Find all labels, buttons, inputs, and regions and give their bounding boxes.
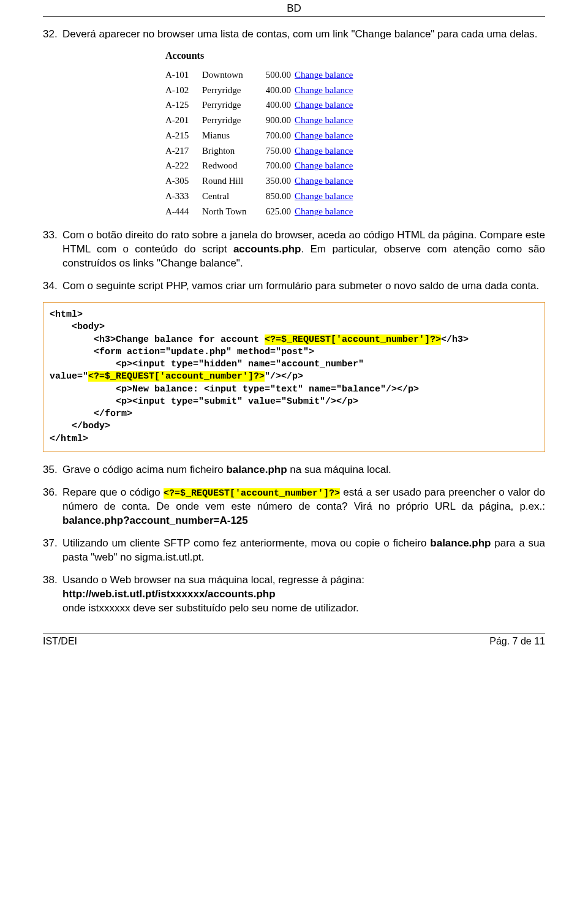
account-branch: Perryridge [202, 113, 257, 128]
account-balance: 700.00 [257, 128, 295, 143]
account-branch: North Town [202, 204, 257, 219]
page-header-title: BD [43, 0, 545, 16]
filename: accounts.php [233, 243, 301, 255]
text-line: Usando o Web browser na sua máquina loca… [62, 573, 545, 587]
table-row: A-215 Mianus 700.00 Change balance [165, 128, 545, 143]
text-part: Grave o código acima num ficheiro [62, 464, 226, 475]
step-35: 35. Grave o código acima num ficheiro ba… [43, 463, 545, 477]
step-text: Com o botão direito do rato sobre a jane… [62, 228, 545, 271]
step-number: 37. [43, 537, 62, 565]
change-balance-link[interactable]: Change balance [295, 128, 353, 143]
code-highlight: <?=$_REQUEST['account_number']?> [164, 488, 340, 499]
account-id: A-101 [165, 67, 202, 83]
url-example: balance.php?account_number=A-125 [62, 515, 248, 526]
change-balance-link[interactable]: Change balance [295, 83, 353, 98]
change-balance-link[interactable]: Change balance [295, 189, 353, 204]
code-line: <h3>Change balance for account [50, 334, 265, 345]
accounts-block: Accounts A-101 Downtown 500.00 Change ba… [165, 50, 545, 219]
account-branch: Brighton [202, 143, 257, 159]
code-line: </h3> [441, 334, 469, 345]
account-branch: Round Hill [202, 173, 257, 189]
account-balance: 500.00 [257, 67, 295, 83]
account-branch: Perryridge [202, 83, 257, 98]
change-balance-link[interactable]: Change balance [295, 113, 353, 128]
footer-rule [43, 633, 545, 633]
footer-left: IST/DEI [43, 636, 77, 647]
code-line: <p>New balance: <input type="text" name=… [50, 384, 419, 395]
table-row: A-222 Redwood 700.00 Change balance [165, 158, 545, 173]
code-line: <body> [50, 322, 105, 332]
account-branch: Mianus [202, 128, 257, 143]
code-line: <form action="update.php" method="post"> [50, 347, 314, 357]
step-text: Grave o código acima num ficheiro balanc… [62, 463, 545, 477]
account-id: A-201 [165, 113, 202, 128]
filename: balance.php [430, 537, 491, 549]
step-text: Deverá aparecer no browser uma lista de … [62, 28, 545, 42]
account-branch: Downtown [202, 67, 257, 83]
code-line: </body> [50, 421, 110, 431]
account-balance: 900.00 [257, 113, 295, 128]
table-row: A-444 North Town 625.00 Change balance [165, 204, 545, 219]
table-row: A-102 Perryridge 400.00 Change balance [165, 83, 545, 98]
account-balance: 850.00 [257, 189, 295, 204]
footer-right: Pág. 7 de 11 [489, 636, 545, 647]
text-line: onde istxxxxxx deve ser substituído pelo… [62, 602, 545, 616]
code-highlight: <?=$_REQUEST['account_number']?> [265, 334, 441, 345]
step-text: Usando o Web browser na sua máquina loca… [62, 573, 545, 616]
step-32: 32. Deverá aparecer no browser uma lista… [43, 28, 545, 42]
text-part: na sua máquina local. [287, 464, 391, 475]
table-row: A-333 Central 850.00 Change balance [165, 189, 545, 204]
text-part: Utilizando um cliente SFTP como fez ante… [62, 537, 430, 549]
account-id: A-444 [165, 204, 202, 219]
account-balance: 350.00 [257, 173, 295, 189]
step-34: 34. Com o seguinte script PHP, vamos cri… [43, 279, 545, 293]
step-number: 36. [43, 486, 62, 528]
account-balance: 400.00 [257, 97, 295, 113]
code-line: <p><input type="hidden" name="account_nu… [50, 359, 364, 369]
code-line: <html> [50, 309, 83, 320]
account-branch: Redwood [202, 158, 257, 173]
account-id: A-102 [165, 83, 202, 98]
text-part: Repare que o código [62, 486, 164, 498]
step-37: 37. Utilizando um cliente SFTP como fez … [43, 537, 545, 565]
step-number: 34. [43, 279, 62, 293]
code-line: </form> [50, 409, 132, 419]
code-line: value=" [50, 371, 88, 382]
step-33: 33. Com o botão direito do rato sobre a … [43, 228, 545, 271]
step-number: 38. [43, 573, 62, 616]
code-block: <html> <body> <h3>Change balance for acc… [43, 302, 545, 452]
step-text: Repare que o código <?=$_REQUEST['accoun… [62, 486, 545, 528]
url-line: http://web.ist.utl.pt/istxxxxxx/accounts… [62, 587, 545, 602]
change-balance-link[interactable]: Change balance [295, 143, 353, 159]
change-balance-link[interactable]: Change balance [295, 173, 353, 189]
change-balance-link[interactable]: Change balance [295, 204, 353, 219]
account-balance: 400.00 [257, 83, 295, 98]
code-line: </html> [50, 434, 88, 444]
account-balance: 625.00 [257, 204, 295, 219]
account-id: A-333 [165, 189, 202, 204]
table-row: A-125 Perryridge 400.00 Change balance [165, 97, 545, 113]
account-balance: 750.00 [257, 143, 295, 159]
step-text: Utilizando um cliente SFTP como fez ante… [62, 537, 545, 565]
filename: balance.php [226, 464, 287, 475]
account-branch: Central [202, 189, 257, 204]
change-balance-link[interactable]: Change balance [295, 67, 353, 83]
account-balance: 700.00 [257, 158, 295, 173]
table-row: A-101 Downtown 500.00 Change balance [165, 67, 545, 83]
change-balance-link[interactable]: Change balance [295, 158, 353, 173]
account-id: A-215 [165, 128, 202, 143]
step-number: 33. [43, 228, 62, 271]
account-id: A-222 [165, 158, 202, 173]
table-row: A-201 Perryridge 900.00 Change balance [165, 113, 545, 128]
accounts-title: Accounts [165, 50, 545, 61]
change-balance-link[interactable]: Change balance [295, 97, 353, 113]
account-id: A-305 [165, 173, 202, 189]
account-branch: Perryridge [202, 97, 257, 113]
header-rule [43, 16, 545, 17]
step-number: 35. [43, 463, 62, 477]
code-line: <p><input type="submit" value="Submit"/>… [50, 396, 358, 407]
table-row: A-305 Round Hill 350.00 Change balance [165, 173, 545, 189]
code-line: "/></p> [265, 371, 303, 382]
step-36: 36. Repare que o código <?=$_REQUEST['ac… [43, 486, 545, 528]
table-row: A-217 Brighton 750.00 Change balance [165, 143, 545, 159]
